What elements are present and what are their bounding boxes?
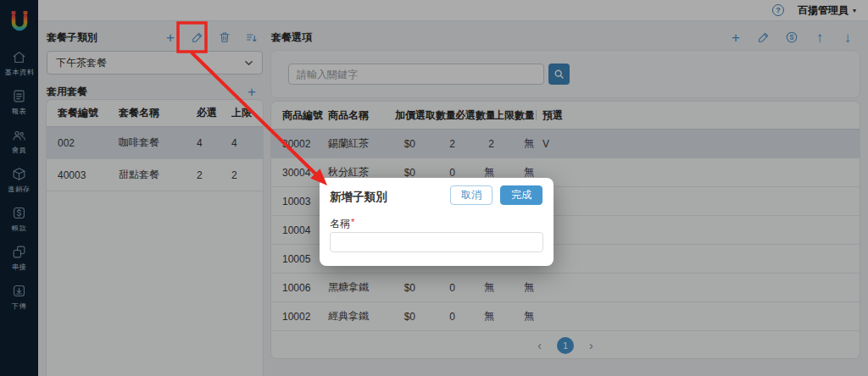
app-window: 基本資料 報表 會員 進銷存 帳款 串接	[0, 0, 868, 376]
confirm-button[interactable]: 完成	[500, 185, 542, 205]
cancel-button[interactable]: 取消	[450, 185, 492, 205]
dialog-title: 新增子類別	[330, 190, 387, 205]
add-subcategory-dialog: 新增子類別 取消 完成 名稱*	[320, 178, 554, 266]
required-asterisk: *	[351, 217, 354, 227]
name-input[interactable]	[330, 232, 543, 252]
name-field-label: 名稱*	[330, 217, 354, 231]
